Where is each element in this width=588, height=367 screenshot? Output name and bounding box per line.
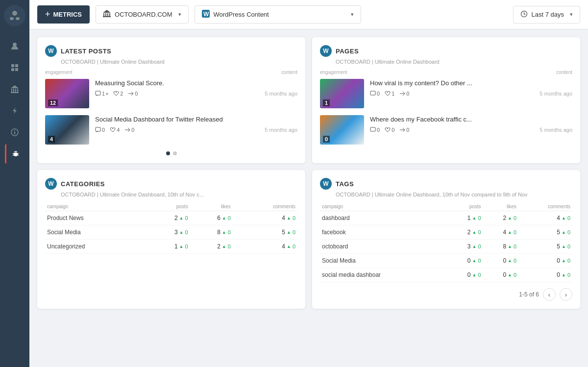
post-comments-2: 0 [95, 127, 105, 133]
page-thumb-1: 1 [320, 79, 364, 108]
svg-line-21 [13, 155, 14, 155]
grid-icon[interactable] [5, 58, 24, 77]
page-stats-1: 0 1 0 5 months ago [370, 91, 572, 97]
latest-posts-title: LATEST POSTS [61, 48, 111, 55]
post-item-1: 12 Measuring Social Score. 1 ▾ 2 [45, 79, 297, 108]
bank-icon[interactable] [5, 79, 24, 99]
page-title-2: Where does my Facebook traffic c... [370, 115, 572, 124]
table-row: Social Media 3 ▲ 0 8 ▲ 0 5 ▲ 0 [45, 225, 297, 240]
post-thumb-2: 4 [45, 115, 89, 145]
category-likes: 8 ▲ 0 [190, 225, 233, 240]
arrow-up-icon: ▲ [472, 244, 477, 249]
topbar: + METRICS OCTOBOARD.COM ▾ W WordPress Co… [29, 0, 588, 29]
post-content-1: Measuring Social Score. 1 ▾ 2 [95, 79, 297, 97]
table-row: facebook 2 ▲ 0 4 ▲ 0 5 ▲ 0 [320, 225, 572, 240]
arrow-up-icon: ▲ [287, 244, 291, 249]
info-icon[interactable] [5, 122, 24, 142]
svg-marker-14 [13, 107, 17, 114]
tag-name: octoboard [320, 240, 447, 254]
post-comments-1: 1 ▾ [95, 91, 108, 97]
col-posts: posts [147, 202, 190, 211]
post-stats-2: 0 4 0 5 months ago [95, 127, 297, 133]
arrow-up-icon: ▲ [287, 216, 291, 220]
category-name: Product News [45, 211, 147, 225]
page-comments-1: 0 [370, 91, 380, 97]
dot-2[interactable] [173, 151, 177, 155]
tag-name: facebook [320, 225, 447, 240]
svg-rect-8 [11, 89, 12, 92]
pages-content-label: content [556, 70, 572, 75]
tag-posts: 0 ▲ 0 [447, 268, 483, 282]
lightning-icon[interactable] [5, 101, 24, 121]
source-label: OCTOBOARD.COM [115, 11, 172, 18]
arrow-up-icon: ▲ [508, 258, 512, 263]
next-page-button[interactable]: › [560, 288, 572, 301]
svg-rect-24 [105, 13, 106, 16]
table-row: dashboard 1 ▲ 0 2 ▲ 0 4 ▲ 0 [320, 211, 572, 225]
post-title-2: Social Media Dashboard for Twitter Relea… [95, 115, 297, 124]
arrow-up-icon: ▲ [562, 258, 566, 263]
categories-card: W CATEGORIES OCTOBOARD | Ultimate Online… [37, 170, 305, 309]
bug-icon[interactable] [5, 144, 24, 164]
content-area: W LATEST POSTS OCTOBOARD | Ultimate Onli… [29, 29, 588, 367]
user-icon[interactable] [5, 36, 24, 56]
svg-rect-36 [370, 91, 375, 95]
tag-likes: 8 ▲ 0 [483, 240, 519, 254]
prev-page-button[interactable]: ‹ [543, 288, 556, 301]
page-item-1: 1 How viral is my content? Do other ... … [320, 79, 572, 108]
svg-point-18 [14, 152, 18, 156]
post-thumb-1: 12 [45, 79, 89, 108]
content-label-meta: content [281, 70, 297, 75]
arrow-up-icon: ▲ [287, 230, 291, 235]
main-area: + METRICS OCTOBOARD.COM ▾ W WordPress Co… [29, 0, 588, 367]
latest-posts-card: W LATEST POSTS OCTOBOARD | Ultimate Onli… [37, 37, 305, 163]
svg-rect-28 [103, 16, 111, 17]
wp-icon-topbar: W [202, 10, 210, 19]
post-likes-1: 2 [113, 91, 123, 97]
col-comments: comments [233, 202, 297, 211]
tag-comments: 5 ▲ 0 [518, 240, 572, 254]
tag-comments: 5 ▲ 0 [518, 225, 572, 240]
dot-1[interactable] [166, 151, 170, 155]
tag-name: dashboard [320, 211, 447, 225]
content-dropdown[interactable]: W WordPress Content ▾ [195, 5, 361, 24]
tag-name: social media dashboar [320, 268, 447, 282]
page-badge-2: 0 [323, 136, 330, 143]
metrics-button[interactable]: + METRICS [37, 5, 90, 24]
page-stats-2: 0 0 0 5 months ago [370, 127, 572, 133]
arrow-up-icon: ▲ [472, 216, 477, 220]
svg-text:W: W [203, 11, 209, 18]
svg-rect-32 [96, 91, 100, 95]
svg-rect-23 [103, 13, 104, 16]
svg-rect-10 [15, 89, 16, 92]
svg-rect-5 [15, 64, 18, 67]
pages-card: W PAGES OCTOBOARD | Ultimate Online Dash… [312, 37, 580, 163]
svg-rect-38 [370, 127, 375, 131]
category-comments: 4 ▲ 0 [233, 240, 297, 254]
svg-rect-11 [17, 89, 18, 92]
time-dropdown[interactable]: Last 7 days ▾ [513, 6, 581, 24]
pages-meta: engagement content [320, 70, 572, 75]
content-arrow: ▾ [351, 11, 354, 18]
page-likes-1: 1 [385, 91, 394, 97]
post-title-1: Measuring Social Score. [95, 79, 297, 88]
svg-marker-12 [11, 85, 19, 88]
category-name: Uncategorized [45, 240, 147, 254]
arrow-up-icon: ▲ [508, 216, 512, 220]
svg-rect-25 [107, 13, 108, 16]
latest-posts-subtitle: OCTOBOARD | Ultimate Online Dashboard [61, 59, 297, 65]
svg-line-22 [17, 155, 19, 155]
category-comments: 4 ▲ 0 [233, 211, 297, 225]
col-likes: likes [190, 202, 233, 211]
svg-point-2 [16, 17, 20, 20]
svg-rect-16 [14, 132, 15, 134]
tags-header: W TAGS [320, 178, 572, 190]
source-dropdown[interactable]: OCTOBOARD.COM ▾ [96, 5, 189, 24]
svg-rect-26 [109, 13, 110, 16]
metrics-label: METRICS [53, 11, 82, 18]
table-row: octoboard 3 ▲ 0 8 ▲ 0 5 ▲ 0 [320, 240, 572, 254]
tag-comments: 4 ▲ 0 [518, 211, 572, 225]
tag-posts: 2 ▲ 0 [447, 225, 483, 240]
wp-logo-categories: W [45, 178, 57, 190]
wp-logo-latest: W [45, 45, 57, 57]
